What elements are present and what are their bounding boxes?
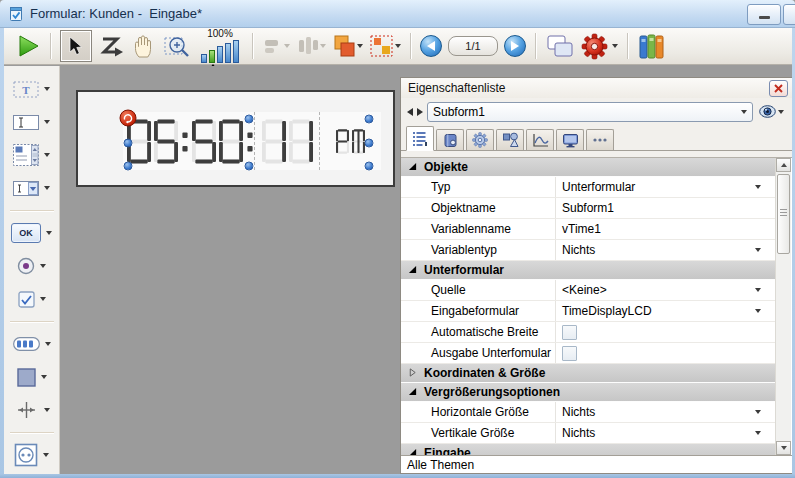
section-label: Koordinaten & Größe xyxy=(424,366,545,380)
group-button[interactable] xyxy=(366,30,404,62)
rectangle-tool[interactable] xyxy=(17,366,47,388)
selection-handle-bottom-right[interactable] xyxy=(365,162,374,171)
socket-tool[interactable] xyxy=(14,444,49,466)
dropdown-icon[interactable] xyxy=(44,153,50,157)
dropdown-icon[interactable] xyxy=(44,87,50,91)
lcd-digit xyxy=(192,119,216,164)
zoom-bars-icon xyxy=(201,40,239,63)
dropdown-icon[interactable] xyxy=(44,186,50,190)
hand-icon xyxy=(131,33,157,59)
tab-book[interactable] xyxy=(436,129,464,150)
visibility-filter-button[interactable] xyxy=(757,105,786,118)
rotate-handle-icon[interactable] xyxy=(119,109,137,127)
minimize-button[interactable] xyxy=(747,4,781,25)
list-icon xyxy=(412,131,428,147)
dropdown-icon[interactable] xyxy=(40,297,46,301)
property-grid-scrollbar[interactable] xyxy=(775,158,791,455)
zoom-tool-button[interactable] xyxy=(160,30,194,62)
property-value-dropdown[interactable]: <Keine> xyxy=(556,280,775,300)
scroll-down-button[interactable] xyxy=(776,441,791,455)
arrange-order-button[interactable] xyxy=(329,30,366,62)
section-header[interactable]: Vergrößerungsoptionen xyxy=(401,383,775,402)
dropdown-icon[interactable] xyxy=(40,264,46,268)
chevron-down-icon[interactable] xyxy=(755,185,761,189)
property-value-dropdown[interactable]: Nichts xyxy=(556,240,775,260)
property-value-checkbox[interactable] xyxy=(556,322,775,342)
property-value-text[interactable]: Subform1 xyxy=(556,198,775,218)
dropdown-icon[interactable] xyxy=(45,342,51,346)
tab-more[interactable] xyxy=(586,129,614,150)
close-button[interactable] xyxy=(769,80,788,97)
scrollbar-thumb[interactable] xyxy=(777,174,790,254)
tab-order-tool-button[interactable] xyxy=(95,30,128,62)
next-object-button[interactable] xyxy=(417,108,423,116)
dropdown-icon[interactable] xyxy=(44,408,50,412)
check-box-tool[interactable] xyxy=(18,288,46,310)
page-indicator[interactable]: 1/1 xyxy=(448,36,498,56)
chevron-down-icon[interactable] xyxy=(755,288,761,292)
dropdown-icon[interactable] xyxy=(41,375,47,379)
selection-handle-left[interactable] xyxy=(124,139,133,148)
property-value-dropdown[interactable]: TimeDisplayLCD xyxy=(556,301,775,321)
topics-filter[interactable]: Alle Themen xyxy=(401,455,792,473)
rectangle-tool-icon xyxy=(17,368,36,387)
property-value-dropdown[interactable]: Nichts xyxy=(556,402,775,422)
property-label: Vertikale Größe xyxy=(401,423,556,443)
list-box-tool[interactable] xyxy=(13,144,50,166)
chevron-down-icon[interactable] xyxy=(755,410,761,414)
select-tool-button[interactable] xyxy=(57,30,95,62)
pan-tool-button[interactable] xyxy=(128,30,160,62)
checkbox[interactable] xyxy=(562,346,577,361)
design-canvas[interactable]: Eigenschaftenliste Subform1 xyxy=(61,66,792,474)
selection-handle-top-right[interactable] xyxy=(365,115,374,124)
selection-handle-bottom-center[interactable] xyxy=(245,162,254,171)
previous-page-button[interactable] xyxy=(417,30,445,62)
tab-properties-list[interactable] xyxy=(406,126,434,151)
align-icon xyxy=(262,34,284,58)
selection-handle-top-center[interactable] xyxy=(245,115,254,124)
zoom-level-widget[interactable]: 100% xyxy=(196,29,244,63)
checkbox[interactable] xyxy=(562,325,577,340)
property-value-dropdown[interactable]: Nichts xyxy=(556,423,775,443)
previous-object-button[interactable] xyxy=(407,108,413,116)
selection-handle-right[interactable] xyxy=(365,139,374,148)
dropdown-icon[interactable] xyxy=(44,120,50,124)
line-tool[interactable] xyxy=(14,399,50,421)
selection-handle-bottom-left[interactable] xyxy=(124,162,133,171)
chevron-down-icon[interactable] xyxy=(755,431,761,435)
object-selector[interactable]: Subform1 xyxy=(427,102,753,122)
radio-button-tool[interactable] xyxy=(17,255,46,277)
tab-display[interactable] xyxy=(556,129,584,150)
label-tool-icon: T xyxy=(13,81,39,98)
text-field-tool[interactable] xyxy=(13,111,50,133)
run-button[interactable] xyxy=(12,30,44,62)
tab-objects[interactable] xyxy=(496,129,524,150)
property-value-checkbox[interactable] xyxy=(556,343,775,363)
property-value-dropdown[interactable]: Unterformular xyxy=(556,177,775,197)
progress-bar-tool[interactable] xyxy=(13,333,51,355)
section-header[interactable]: Koordinaten & Größe xyxy=(401,364,775,383)
cursor-icon xyxy=(69,37,83,56)
dropdown-icon[interactable] xyxy=(46,231,52,235)
tab-settings[interactable] xyxy=(466,129,494,150)
maximize-button[interactable] xyxy=(783,4,795,25)
settings-button[interactable] xyxy=(578,30,621,62)
help-books-button[interactable] xyxy=(634,30,670,62)
books-icon xyxy=(637,33,667,60)
section-header[interactable]: Eingabe xyxy=(401,444,775,455)
property-value-text[interactable]: vTime1 xyxy=(556,219,775,239)
chevron-down-icon[interactable] xyxy=(755,248,761,252)
push-button-tool[interactable]: OK xyxy=(11,222,52,244)
form-page[interactable] xyxy=(76,90,395,187)
dropdown-icon[interactable] xyxy=(43,453,49,457)
section-header[interactable]: Unterformular xyxy=(401,261,775,280)
chevron-down-icon[interactable] xyxy=(755,309,761,313)
section-header[interactable]: Objekte xyxy=(401,158,775,177)
eye-icon xyxy=(759,105,776,118)
next-page-button[interactable] xyxy=(501,30,529,62)
tab-chart[interactable] xyxy=(526,129,554,150)
scroll-up-button[interactable] xyxy=(776,158,791,172)
duplicate-pages-button[interactable] xyxy=(542,30,578,62)
combo-box-tool[interactable] xyxy=(13,177,50,199)
label-tool[interactable]: T xyxy=(13,78,50,100)
